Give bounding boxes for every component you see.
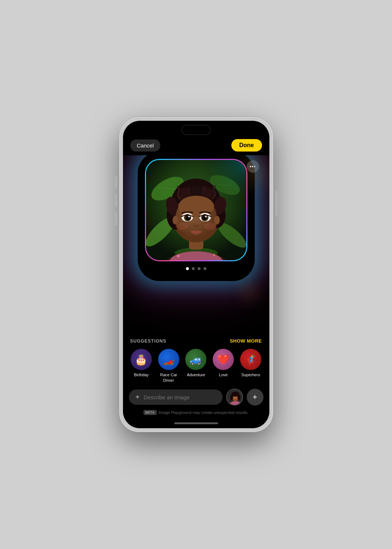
more-options-button[interactable]: ••• [247,160,259,173]
home-indicator [123,418,269,428]
svg-point-43 [230,395,233,400]
glow-border [145,159,247,261]
beta-notice: BETA Image Playground may create unexpec… [143,408,249,418]
adventure-label: Adventure [187,372,205,377]
svg-rect-38 [146,160,246,260]
top-bar: Cancel Done [123,139,269,155]
describe-image-input[interactable] [144,394,217,400]
suggestion-race-car-driver[interactable]: 🏎️ Race CarDriver [157,349,180,383]
suggestions-header: SUGGESTIONS SHOW MORE [130,338,262,344]
suggestions-title: SUGGESTIONS [130,339,167,344]
birthday-label: Birthday [134,372,149,377]
show-more-button[interactable]: SHOW MORE [230,338,262,344]
sparkle-icon: ✦ [135,393,140,401]
suggestions-section: SUGGESTIONS SHOW MORE 🎂 Birthday 🏎️ Race… [123,338,269,389]
done-button[interactable]: Done [231,139,262,152]
adventure-icon: 🚙 [185,349,206,370]
input-area: ✦ [123,389,269,408]
dynamic-island [182,125,211,135]
image-card-wrapper [145,159,247,274]
home-bar [174,422,218,424]
image-area: ••• [123,155,269,281]
text-input-wrapper: ✦ [129,389,223,405]
love-icon: ❤️ [213,349,234,370]
ai-portrait-image [146,160,246,260]
suggestions-row: 🎂 Birthday 🏎️ Race CarDriver 🚙 Adventure… [130,349,262,383]
cancel-button[interactable]: Cancel [130,139,161,152]
image-inner [146,160,246,260]
ai-image-card [145,159,247,261]
superhero-label: Superhero [241,372,260,377]
page-indicator [186,267,206,270]
avatar-button[interactable] [226,389,243,406]
beta-notice-text: Image Playground may create unexpected r… [159,410,249,415]
add-button[interactable]: + [247,389,264,406]
birthday-icon: 🎂 [131,349,152,370]
svg-point-44 [238,395,240,400]
ambient-blob-2 [244,287,255,298]
suggestion-birthday[interactable]: 🎂 Birthday [130,349,153,383]
suggestion-adventure[interactable]: 🚙 Adventure [185,349,207,383]
superhero-icon: 🦸 [240,349,261,370]
dot-1 [186,267,189,270]
phone-frame: Cancel Done ••• [119,117,273,432]
plus-icon: + [253,392,257,402]
beta-badge: BETA [143,410,157,415]
suggestion-superhero[interactable]: 🦸 Superhero [240,349,262,383]
love-label: Love [219,372,228,377]
dot-3 [198,267,201,270]
phone-screen: Cancel Done ••• [123,121,269,428]
dot-2 [192,267,195,270]
race-car-icon: 🏎️ [158,349,179,370]
main-content: ••• [123,155,269,418]
dot-4 [204,267,206,270]
status-bar [123,121,269,139]
ellipsis-icon: ••• [250,164,256,169]
suggestion-love[interactable]: ❤️ Love [212,349,235,383]
race-car-label: Race CarDriver [160,372,177,383]
user-avatar-image [227,389,243,406]
